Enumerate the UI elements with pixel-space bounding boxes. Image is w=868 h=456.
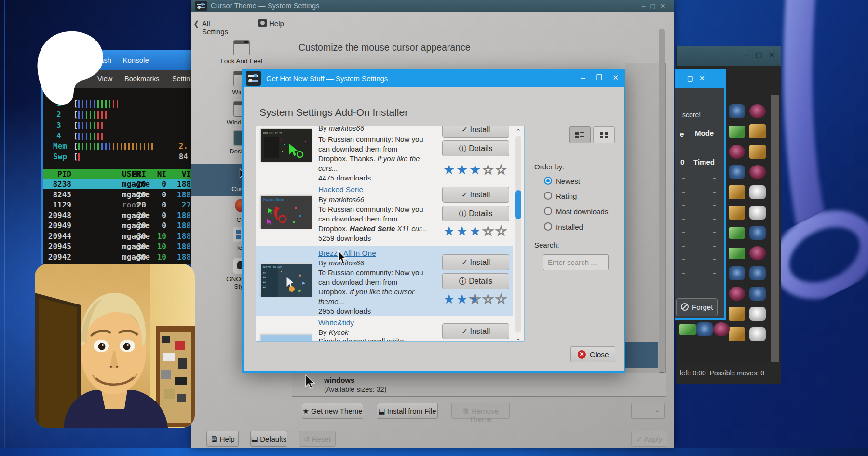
gem-b[interactable] (749, 226, 766, 240)
install-button[interactable]: ✓ Install (442, 126, 509, 138)
board-frame (771, 95, 779, 362)
install-button[interactable]: ✓ Install (442, 254, 509, 270)
gem-b[interactable] (749, 287, 766, 301)
gem-b[interactable] (729, 266, 745, 280)
list-view-toggle[interactable] (569, 126, 591, 143)
all-settings-button[interactable]: All Settings (202, 19, 228, 36)
process-row: 20948mgagne200188 (43, 210, 191, 221)
reset-button[interactable]: ↺ Reset (299, 431, 336, 447)
gem-b[interactable] (729, 104, 745, 118)
star-icon: ☆ (482, 163, 496, 177)
scroll-up-icon[interactable]: ⌃ (515, 128, 522, 135)
game-titlebar[interactable]: –▢✕ (677, 46, 781, 66)
addon-thumbnail: BREZZE IN ONE######## (260, 263, 312, 296)
details-button[interactable]: ⓘ Details (442, 273, 509, 289)
addon-description-line: To Russian community: Now you (318, 268, 423, 276)
gem-w[interactable] (749, 327, 766, 341)
gem-g[interactable] (679, 324, 696, 335)
game-dialog-buttons[interactable]: –▢✕ (678, 74, 711, 82)
game-dialog-titlebar[interactable]: –▢✕ (675, 69, 726, 88)
close-button[interactable]: ✕ Close (570, 346, 615, 362)
svg-text:Hacked Serie: Hacked Serie (263, 198, 284, 201)
terminal[interactable]: 1[2[3[4[Mem[2.Swp[84 PIDUSERPRINIVI8238m… (43, 88, 191, 264)
search-label: Search: (534, 241, 559, 249)
addon-description-line: Dropbox. If you like the cursor (318, 288, 414, 296)
reset-icon: ↺ (304, 435, 312, 443)
scrollbar-track[interactable] (515, 136, 521, 332)
cursor-preview-icon (304, 374, 315, 390)
back-chevron-icon[interactable]: ❮ (193, 19, 200, 28)
gem-w[interactable] (749, 206, 766, 220)
gem-y[interactable] (749, 145, 766, 159)
gem-b[interactable] (729, 165, 745, 179)
gem-p[interactable] (749, 165, 766, 179)
search-input[interactable]: Enter search ... (543, 254, 609, 270)
page-title: Customize the mouse cursor appearance (298, 42, 471, 53)
gem-y[interactable] (729, 307, 745, 321)
ghns-title: Get Hot New Stuff — System Settings (266, 74, 388, 83)
radio-circle-icon (544, 222, 552, 231)
addon-list[interactable]: By markitos66To Russian community: Now y… (256, 126, 525, 342)
svg-text:##: ## (263, 276, 266, 279)
addon-title-link[interactable]: Hacked Serie (318, 185, 363, 194)
theme-list-scrollbar[interactable] (659, 29, 665, 388)
gem-y[interactable] (729, 327, 745, 341)
white-blob-overlay (34, 29, 106, 109)
settings-titlebar[interactable]: Cursor Theme — System Settings –▢✕ (191, 0, 674, 12)
gem-g[interactable] (729, 126, 745, 138)
settings-window-buttons[interactable]: –▢✕ (637, 2, 668, 10)
apply-button[interactable]: ✓ Apply (631, 431, 667, 447)
addon-list-scrollbar[interactable]: ⌃ ⌄ (515, 128, 522, 340)
htop-meter-4: 4[ (43, 131, 191, 141)
sidebar-item-look-and-feel[interactable]: Look And Feel (191, 40, 292, 65)
menu-bookmarks[interactable]: Bookmarks (124, 75, 160, 83)
addon-thumbnail (260, 334, 312, 342)
mode-col-fragment: e (680, 130, 684, 138)
process-row: 20945mgagne3010188 (43, 241, 191, 251)
gem-b[interactable] (696, 322, 713, 336)
help-icon (258, 19, 267, 27)
gem-p[interactable] (729, 145, 745, 159)
gem-w[interactable] (749, 307, 766, 321)
gem-p[interactable] (749, 104, 766, 118)
forget-button[interactable]: Forget (676, 298, 718, 316)
ghns-window-buttons[interactable]: –❐✕ (570, 73, 619, 82)
game-window-buttons[interactable]: –▢✕ (738, 51, 775, 59)
star-icon: ★ (456, 224, 470, 238)
addon-title-link[interactable]: White&tidy (318, 318, 354, 327)
gem-w[interactable] (749, 185, 766, 199)
gem-g[interactable] (729, 248, 745, 259)
gem-g[interactable] (729, 227, 745, 239)
scrollbar-thumb[interactable] (515, 190, 521, 219)
svg-text:##: ## (263, 281, 266, 284)
gem-p[interactable] (749, 246, 766, 260)
remove-theme-button[interactable]: 🗑 Remove Theme (451, 403, 510, 419)
gem-y[interactable] (749, 124, 766, 138)
defaults-button[interactable]: ⬓ Defaults (250, 431, 287, 447)
gem-p[interactable] (729, 287, 745, 301)
panel-separator (679, 142, 715, 142)
grid-view-toggle[interactable] (593, 126, 615, 143)
star-icon: ☆ (495, 224, 509, 238)
help-button-bottom[interactable]: 🖺 Help (206, 431, 239, 447)
theme-list-selected-row-fragment[interactable] (625, 342, 658, 368)
get-new-theme-button[interactable]: ★ Get new Theme (302, 403, 363, 419)
details-button[interactable]: ⓘ Details (442, 206, 509, 221)
grid-view-icon (599, 132, 609, 138)
theme-row-windows[interactable]: windows (Available sizes: 32) (292, 373, 666, 397)
install-button[interactable]: ✓ Install (442, 323, 509, 339)
ghns-titlebar[interactable]: Get Hot New Stuff — System Settings –❐✕ (242, 69, 625, 87)
menu-settin[interactable]: Settin (172, 75, 190, 83)
gem-y[interactable] (729, 206, 745, 220)
details-button[interactable]: ⓘ Details (442, 140, 509, 156)
gem-b[interactable] (749, 266, 766, 280)
install-from-file-button[interactable]: ⬓ Install from File (377, 403, 438, 419)
scroll-down-icon[interactable]: ⌄ (515, 334, 522, 342)
help-button[interactable]: Help (269, 19, 284, 28)
gem-p[interactable] (713, 322, 730, 336)
install-button[interactable]: ✓ Install (442, 187, 509, 203)
table-dot (713, 178, 716, 179)
size-combobox[interactable] (631, 403, 665, 419)
score-col-fragment: 0 (680, 158, 684, 166)
gem-y[interactable] (729, 185, 745, 199)
